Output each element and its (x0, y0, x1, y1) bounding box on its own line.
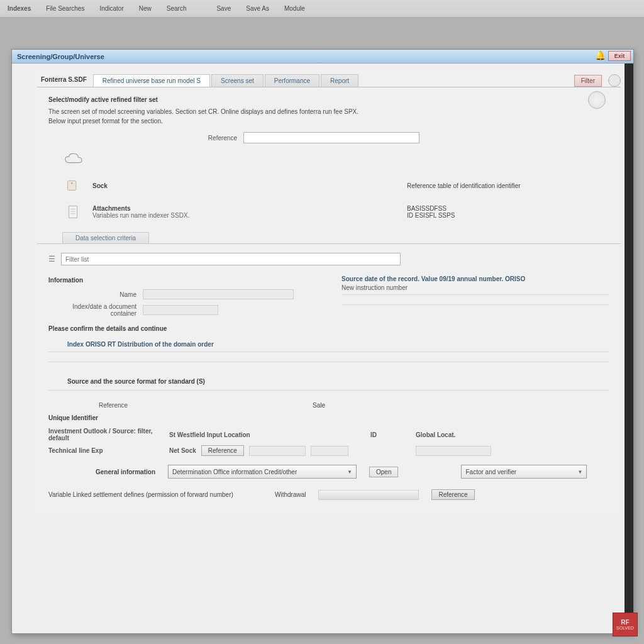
menubar-saveas[interactable]: Save As (242, 4, 273, 13)
window-titlebar[interactable]: Screening/Group/Universe 🔔 Exit (12, 50, 633, 64)
svg-rect-0 (68, 181, 76, 191)
col-sale: Sale (313, 402, 325, 409)
netsock-field2[interactable] (311, 446, 348, 456)
stamp-badge: RF SOLVED (613, 613, 638, 636)
section-unique-id: Unique Identifier (48, 411, 609, 425)
divider (48, 362, 609, 370)
iconrow-sock-label: Sock (92, 182, 108, 189)
window-close-button[interactable]: Exit (608, 51, 631, 61)
divider (48, 352, 609, 360)
note-source: Source date of the record. Value 09/19 a… (341, 273, 609, 282)
divider (341, 294, 609, 303)
reference-row: Reference (37, 130, 621, 146)
note-instruction: New instruction number (341, 284, 408, 291)
menubar-new[interactable]: New (135, 4, 155, 13)
menubar-save[interactable]: Save (213, 4, 235, 13)
ribbon-tab-report[interactable]: Report (321, 74, 358, 87)
ribbon-badge-icon (608, 74, 621, 87)
general-info-value: Determination Office information Credit/… (172, 469, 297, 475)
footer-reference-button[interactable]: Reference (431, 489, 474, 500)
g-technical-label: Technical line Exp (48, 447, 162, 454)
menubar-file[interactable]: File Searches (42, 4, 88, 13)
netsock-button[interactable]: Reference (201, 445, 244, 456)
reference-label: Reference (48, 135, 243, 142)
withdrawal-field[interactable] (318, 490, 419, 500)
stamp-top: RF (621, 619, 629, 626)
iconrow-cloud[interactable] (37, 146, 621, 172)
tag-icon (62, 176, 85, 195)
app-menubar: Indexes File Searches Indicator New Sear… (0, 0, 644, 18)
ribbon: Fonterra S.SDF Refined universe base run… (37, 70, 621, 87)
col-reference: Reference (99, 402, 136, 409)
footer-variable-label: Variable Linked settlement defines (perm… (48, 491, 262, 498)
iconrow-attach-sub: Variables run name indexer SSDX. (92, 212, 189, 219)
open-button[interactable]: Open (369, 467, 398, 477)
document-icon (62, 203, 85, 221)
cloud-outline-icon (62, 150, 85, 169)
menubar-search[interactable]: Search (163, 4, 191, 13)
factor-value: Factor and verifier (465, 469, 516, 475)
name-label: Name (48, 291, 136, 298)
searchbar: ☰ (48, 253, 609, 265)
menubar-label: Indexes (4, 4, 35, 13)
ribbon-tab-universe[interactable]: Refined universe base run model S (93, 74, 210, 87)
iconrow-sock[interactable]: Sock Reference table of identification i… (37, 172, 621, 199)
global-field[interactable] (416, 446, 491, 456)
chevron-down-icon: ▼ (578, 469, 583, 475)
iconrow-attachments[interactable]: Attachments Variables run name indexer S… (37, 199, 621, 225)
ribbon-tab-screens[interactable]: Screens set (211, 74, 264, 87)
divider (48, 390, 609, 399)
menubar-sep (197, 8, 205, 10)
iconrow-attach-right: BASISSDFSS ID ESISFL SSPS (407, 205, 596, 219)
bell-icon: 🔔 (595, 50, 606, 60)
stamp-bottom: SOLVED (616, 626, 634, 630)
iconrow-sock-right: Reference table of identification identi… (407, 182, 596, 189)
main-panel: Fonterra S.SDF Refined universe base run… (37, 70, 621, 514)
window-title: Screening/Group/Universe (17, 53, 104, 60)
ribbon-label: Fonterra S.SDF (38, 74, 92, 87)
g-westfield-label: St Westfield Input Location (169, 431, 363, 438)
chevron-down-icon: ▼ (347, 469, 352, 475)
description-block: Select/modify active refined filter set … (37, 87, 621, 130)
window-body: Fonterra S.SDF Refined universe base run… (12, 64, 633, 633)
dialog-window: Screening/Group/Universe 🔔 Exit Fonterra… (11, 49, 634, 634)
tab-data-selection[interactable]: Data selection criteria (62, 232, 149, 243)
index-field[interactable] (143, 305, 218, 315)
divider (341, 304, 609, 313)
section-confirm: Please confirm the details and continue (48, 319, 609, 336)
reference-input[interactable] (243, 132, 419, 143)
g-global-label: Global Locat. (416, 431, 609, 438)
section-source-format: Source and the source format for standar… (48, 372, 609, 389)
inner-tabstrip: Data selection criteria (37, 230, 621, 244)
menubar-module[interactable]: Module (280, 4, 309, 13)
g-investment-label: Investment Outlook / Source: filter, def… (48, 428, 162, 441)
svg-point-1 (71, 182, 73, 184)
general-info-select[interactable]: Determination Office information Credit/… (168, 465, 357, 479)
general-info-label: General information (48, 469, 155, 475)
factor-select[interactable]: Factor and verifier ▼ (461, 465, 587, 479)
menubar-indicator[interactable]: Indicator (96, 4, 127, 13)
svg-rect-2 (69, 206, 77, 218)
iconrow-attach-label: Attachments (92, 205, 131, 212)
g-netsock-label: Net Sock (169, 447, 196, 454)
g-id-label: ID (370, 431, 408, 438)
details-grid: Investment Outlook / Source: filter, def… (48, 425, 609, 458)
cloud-icon (588, 91, 606, 109)
desc-line2: Below input preset format for the sectio… (48, 116, 609, 126)
search-input[interactable] (61, 253, 401, 265)
section-index-oriso: Index ORISO RT Distribution of the domai… (48, 336, 609, 350)
desc-line1: The screen set of model screening variab… (48, 107, 609, 116)
section-information: Information (48, 273, 316, 287)
desc-heading: Select/modify active refined filter set (48, 95, 609, 104)
search-icon: ☰ (48, 255, 57, 264)
index-label: Index/date a document container (48, 303, 136, 317)
ribbon-filter-button[interactable]: Filter (574, 75, 602, 87)
form-area: Information Name Index/date a document c… (37, 270, 621, 514)
netsock-field1[interactable] (249, 446, 306, 456)
name-field[interactable] (143, 289, 294, 299)
withdrawal-label: Withdrawal (275, 491, 306, 498)
ribbon-tab-performance[interactable]: Performance (265, 74, 319, 87)
